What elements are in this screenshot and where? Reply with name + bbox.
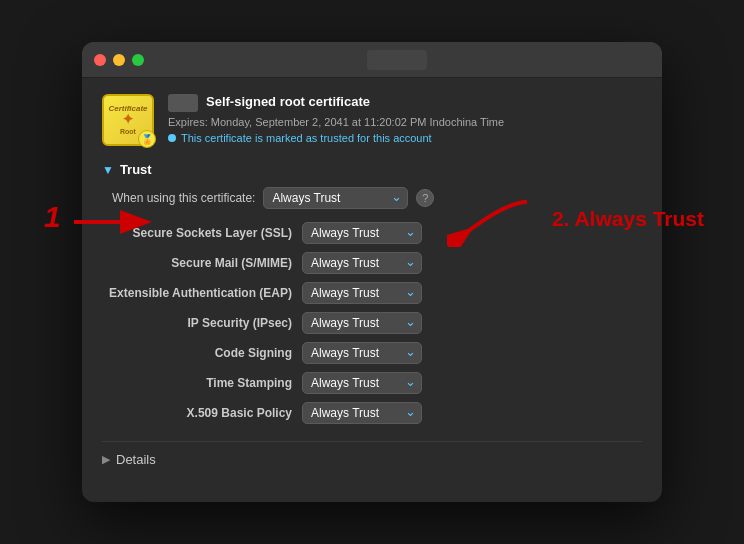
- minimize-button[interactable]: [113, 54, 125, 66]
- trust-section-title: ▼ Trust: [102, 162, 642, 177]
- details-section: ▶ Details: [102, 441, 642, 467]
- trust-label-ipsec: IP Security (IPsec): [102, 309, 302, 337]
- trust-label-codesign: Code Signing: [102, 339, 302, 367]
- trust-control-x509: Always Trust Never Trust System Defaults: [302, 399, 642, 427]
- timestamp-select[interactable]: Always Trust Never Trust System Defaults: [302, 372, 422, 394]
- certificate-badge: 🏅: [138, 130, 156, 148]
- trust-label-eap: Extensible Authentication (EAP): [102, 279, 302, 307]
- trust-chevron-icon[interactable]: ▼: [102, 163, 114, 177]
- cert-small-icon: [168, 94, 198, 112]
- traffic-lights: [94, 54, 144, 66]
- when-using-select-wrapper: System Defaults Always Trust Never Trust…: [263, 187, 408, 209]
- smime-select[interactable]: Always Trust Never Trust System Defaults: [302, 252, 422, 274]
- trust-label-timestamp: Time Stamping: [102, 369, 302, 397]
- trusted-indicator: [168, 134, 176, 142]
- timestamp-select-wrapper: Always Trust Never Trust System Defaults: [302, 372, 422, 394]
- when-using-row: When using this certificate: System Defa…: [102, 187, 642, 209]
- trust-control-eap: Always Trust Never Trust System Defaults: [302, 279, 642, 307]
- annotation-arrow-1: [74, 207, 154, 237]
- window-content: Certificate ✦ Root 🏅 Self-signed root ce…: [82, 78, 662, 483]
- main-window: Certificate ✦ Root 🏅 Self-signed root ce…: [82, 42, 662, 502]
- trust-section: ▼ Trust When using this certificate: Sys…: [102, 162, 642, 427]
- details-chevron-icon: ▶: [102, 453, 110, 466]
- annotation-arrow-2: [447, 197, 537, 247]
- ipsec-select[interactable]: Always Trust Never Trust System Defaults: [302, 312, 422, 334]
- help-button[interactable]: ?: [416, 189, 434, 207]
- certificate-expires: Expires: Monday, September 2, 2041 at 11…: [168, 116, 642, 128]
- certificate-header: Certificate ✦ Root 🏅 Self-signed root ce…: [102, 94, 642, 146]
- eap-select[interactable]: Always Trust Never Trust System Defaults: [302, 282, 422, 304]
- trust-rows-grid: Secure Sockets Layer (SSL) Always Trust …: [102, 219, 642, 427]
- eap-select-wrapper: Always Trust Never Trust System Defaults: [302, 282, 422, 304]
- ssl-select[interactable]: Always Trust Never Trust System Defaults: [302, 222, 422, 244]
- certificate-trusted-message: This certificate is marked as trusted fo…: [168, 132, 642, 144]
- x509-select[interactable]: Always Trust Never Trust System Defaults: [302, 402, 422, 424]
- maximize-button[interactable]: [132, 54, 144, 66]
- trust-control-smime: Always Trust Never Trust System Defaults: [302, 249, 642, 277]
- codesign-select[interactable]: Always Trust Never Trust System Defaults: [302, 342, 422, 364]
- trust-control-timestamp: Always Trust Never Trust System Defaults: [302, 369, 642, 397]
- details-label: Details: [116, 452, 156, 467]
- annotation-label-2: 2. Always Trust: [552, 207, 704, 231]
- trust-control-codesign: Always Trust Never Trust System Defaults: [302, 339, 642, 367]
- certificate-icon: Certificate ✦ Root 🏅: [102, 94, 154, 146]
- titlebar: [82, 42, 662, 78]
- codesign-select-wrapper: Always Trust Never Trust System Defaults: [302, 342, 422, 364]
- details-toggle[interactable]: ▶ Details: [102, 452, 642, 467]
- smime-select-wrapper: Always Trust Never Trust System Defaults: [302, 252, 422, 274]
- certificate-info: Self-signed root certificate Expires: Mo…: [168, 94, 642, 144]
- certificate-title: Self-signed root certificate: [206, 94, 370, 109]
- titlebar-drag-area: [367, 50, 427, 70]
- ipsec-select-wrapper: Always Trust Never Trust System Defaults: [302, 312, 422, 334]
- trust-control-ipsec: Always Trust Never Trust System Defaults: [302, 309, 642, 337]
- annotation-number-1: 1: [44, 200, 61, 234]
- trust-label-smime: Secure Mail (S/MIME): [102, 249, 302, 277]
- when-using-label: When using this certificate:: [112, 191, 255, 205]
- close-button[interactable]: [94, 54, 106, 66]
- trust-label-x509: X.509 Basic Policy: [102, 399, 302, 427]
- ssl-select-wrapper: Always Trust Never Trust System Defaults: [302, 222, 422, 244]
- x509-select-wrapper: Always Trust Never Trust System Defaults: [302, 402, 422, 424]
- when-using-select[interactable]: System Defaults Always Trust Never Trust…: [263, 187, 408, 209]
